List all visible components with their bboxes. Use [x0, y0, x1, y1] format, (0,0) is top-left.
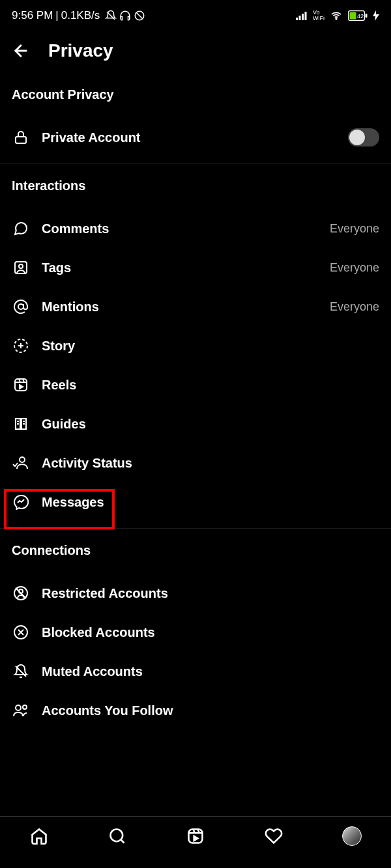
- private-account-toggle[interactable]: [348, 128, 379, 147]
- svg-text:42: 42: [357, 13, 364, 20]
- reels-label: Reels: [42, 378, 379, 393]
- row-tags[interactable]: Tags Everyone: [12, 248, 379, 287]
- comments-label: Comments: [42, 221, 318, 236]
- blocked-label: Blocked Accounts: [42, 625, 379, 640]
- svg-point-12: [19, 264, 23, 268]
- section-account-privacy: Account Privacy Private Account: [0, 76, 391, 161]
- charging-icon: [373, 10, 379, 21]
- svg-rect-10: [16, 137, 26, 143]
- row-reels[interactable]: Reels: [12, 365, 379, 404]
- svg-rect-7: [350, 12, 356, 20]
- section-title-connections: Connections: [12, 543, 379, 558]
- row-muted[interactable]: Muted Accounts: [12, 652, 379, 691]
- muted-icon: [12, 662, 30, 680]
- section-interactions: Interactions Comments Everyone Tags Ever…: [0, 167, 391, 525]
- mentions-value: Everyone: [330, 300, 379, 314]
- svg-rect-2: [299, 16, 301, 20]
- tag-icon: [12, 259, 30, 277]
- people-icon: [12, 701, 30, 720]
- svg-rect-4: [305, 12, 307, 20]
- row-mentions[interactable]: Mentions Everyone: [12, 287, 379, 326]
- restricted-label: Restricted Accounts: [42, 586, 379, 601]
- row-private-account[interactable]: Private Account: [12, 118, 379, 157]
- back-arrow-icon[interactable]: [12, 42, 30, 60]
- nav-search-icon[interactable]: [108, 826, 127, 846]
- svg-rect-1: [296, 18, 298, 20]
- reels-icon: [12, 376, 30, 394]
- battery-icon: 42: [348, 10, 368, 21]
- status-net-speed: 0.1KB/s: [61, 9, 100, 22]
- svg-point-20: [16, 705, 21, 710]
- svg-rect-8: [366, 14, 368, 18]
- svg-point-13: [18, 304, 23, 309]
- story-icon: [12, 337, 30, 355]
- row-comments[interactable]: Comments Everyone: [12, 209, 379, 248]
- lock-icon: [12, 128, 30, 147]
- nav-profile-avatar[interactable]: [342, 826, 362, 846]
- row-restricted[interactable]: Restricted Accounts: [12, 574, 379, 613]
- private-account-label: Private Account: [42, 130, 336, 145]
- svg-point-21: [23, 705, 27, 709]
- blocked-icon: [12, 623, 30, 641]
- messenger-icon: [12, 493, 30, 511]
- svg-point-16: [20, 457, 25, 462]
- svg-point-22: [111, 830, 123, 842]
- svg-point-5: [336, 18, 337, 20]
- row-following[interactable]: Accounts You Follow: [12, 691, 379, 730]
- wifi-icon: [330, 10, 343, 21]
- story-label: Story: [42, 339, 379, 354]
- headphones-icon: [119, 10, 131, 21]
- tags-label: Tags: [42, 260, 318, 275]
- at-icon: [12, 298, 30, 316]
- guides-label: Guides: [42, 417, 379, 432]
- tags-value: Everyone: [330, 261, 379, 275]
- status-bar: 9:56 PM | 0.1KB/s VoWiFi 42: [0, 0, 391, 31]
- no-location-icon: [134, 10, 145, 21]
- page-title: Privacy: [48, 40, 113, 61]
- following-label: Accounts You Follow: [42, 703, 379, 718]
- header: Privacy: [0, 31, 391, 76]
- nav-home-icon[interactable]: [29, 826, 49, 846]
- row-guides[interactable]: Guides: [12, 404, 379, 443]
- dnd-icon: [105, 10, 117, 21]
- vowifi-icon: VoWiFi: [313, 10, 325, 21]
- messages-label: Messages: [42, 495, 379, 510]
- bottom-nav: [0, 817, 391, 855]
- section-title-account-privacy: Account Privacy: [12, 87, 379, 102]
- muted-label: Muted Accounts: [42, 664, 379, 679]
- row-story[interactable]: Story: [12, 326, 379, 365]
- section-title-interactions: Interactions: [12, 178, 379, 193]
- svg-rect-15: [15, 379, 27, 391]
- activity-status-icon: [12, 454, 30, 472]
- row-activity-status[interactable]: Activity Status: [12, 443, 379, 483]
- mentions-label: Mentions: [42, 300, 318, 315]
- row-messages[interactable]: Messages: [12, 483, 379, 522]
- comment-icon: [12, 219, 30, 238]
- signal-icon: [296, 11, 308, 20]
- nav-reels-icon[interactable]: [186, 826, 205, 846]
- comments-value: Everyone: [330, 222, 379, 236]
- svg-rect-3: [302, 14, 304, 20]
- row-blocked[interactable]: Blocked Accounts: [12, 613, 379, 652]
- restricted-icon: [12, 584, 30, 602]
- status-time: 9:56 PM: [12, 9, 53, 22]
- nav-heart-icon[interactable]: [264, 826, 283, 846]
- section-connections: Connections Restricted Accounts Blocked …: [0, 531, 391, 734]
- activity-status-label: Activity Status: [42, 456, 379, 471]
- guides-icon: [12, 415, 30, 433]
